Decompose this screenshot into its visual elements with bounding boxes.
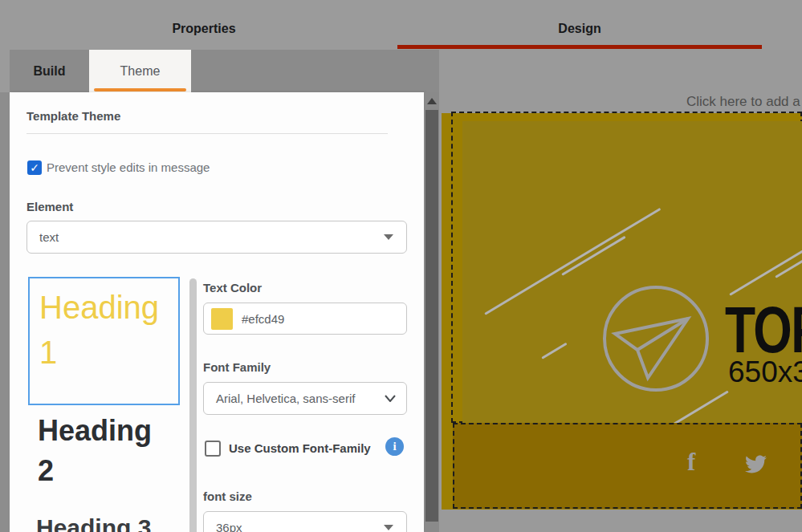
heading3-preview[interactable]: Heading 3 [36, 514, 197, 532]
element-select[interactable]: text [26, 221, 407, 254]
paper-plane-logo-icon [600, 282, 712, 395]
font-size-label: font size [203, 489, 252, 503]
streak-line [541, 343, 567, 359]
subtab-theme[interactable]: Theme [89, 50, 191, 92]
font-size-select[interactable]: 36px [203, 511, 407, 532]
design-tab-active-indicator [397, 45, 762, 49]
banner-subtitle-text: 650x30 [728, 355, 802, 389]
design-canvas: Click here to add a TOP B 650x30 f [439, 50, 802, 532]
heading-list-scrollbar-thumb[interactable] [189, 278, 197, 532]
prevent-style-edits-label[interactable]: Prevent style edits in message [47, 160, 210, 174]
font-family-label: Font Family [203, 360, 271, 374]
facebook-icon: f [687, 448, 695, 477]
twitter-icon [745, 455, 767, 473]
chevron-down-icon [385, 395, 396, 402]
heading2-preview[interactable]: Heading 2 [38, 411, 174, 491]
left-gutter [0, 92, 10, 532]
color-swatch[interactable] [211, 308, 233, 330]
use-custom-font-label[interactable]: Use Custom Font-Family [229, 441, 371, 455]
font-family-select[interactable]: Arial, Helvetica, sans-serif [203, 382, 407, 415]
text-color-input[interactable]: #efcd49 [203, 303, 407, 335]
caret-down-icon [384, 525, 393, 530]
divider [26, 133, 388, 134]
theme-tab-active-indicator [94, 88, 186, 91]
element-select-value: text [27, 230, 384, 244]
element-label: Element [26, 200, 73, 213]
panel-title: Template Theme [26, 109, 120, 123]
font-family-value: Arial, Helvetica, sans-serif [204, 392, 385, 405]
scroll-up-arrow-icon[interactable] [427, 98, 437, 104]
banner-image[interactable]: TOP B 650x30 [462, 121, 802, 459]
text-color-label: Text Color [203, 281, 262, 294]
tab-design[interactable]: Design [491, 22, 668, 36]
subtab-build[interactable]: Build [10, 50, 89, 92]
panel-scrollbar-thumb[interactable] [425, 110, 438, 522]
streak-line [729, 246, 802, 295]
text-color-value: #efcd49 [242, 312, 284, 326]
footer-block[interactable]: f [453, 423, 802, 509]
prevent-style-edits-checkbox[interactable]: ✓ [27, 160, 42, 175]
top-tab-bar: Properties Design [0, 0, 802, 50]
heading1-preview-selected[interactable]: Heading 1 [28, 277, 180, 405]
streak-line [561, 236, 625, 276]
add-content-hint[interactable]: Click here to add a [686, 94, 800, 110]
use-custom-font-checkbox[interactable] [205, 441, 221, 457]
caret-down-icon [384, 234, 393, 240]
font-size-value: 36px [204, 521, 384, 532]
info-icon[interactable]: i [385, 437, 404, 456]
tab-properties[interactable]: Properties [116, 22, 292, 36]
